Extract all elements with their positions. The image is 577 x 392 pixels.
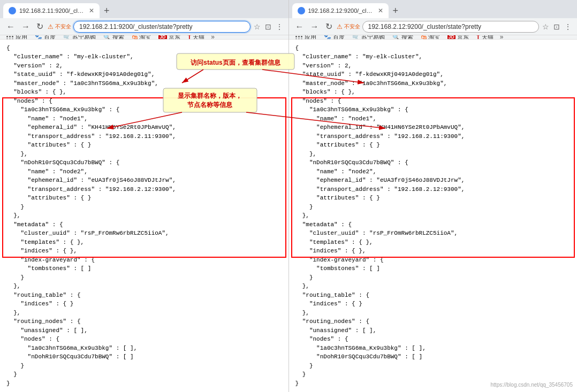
left-bookmark-icon[interactable]: ☆ bbox=[253, 21, 262, 32]
jd-favicon: JD bbox=[158, 35, 167, 40]
right-taobao-label: 淘宝 bbox=[428, 35, 440, 40]
left-active-tab[interactable]: 192.168.2.11:9200/_cluster/sta... ✕ bbox=[3, 3, 100, 18]
right-warning-text: 不安全 bbox=[344, 23, 360, 30]
left-bookmark-search[interactable]: 🔍 搜索 bbox=[100, 35, 127, 40]
right-bookmarks-bar: 应用 🐾 百度 🛒 苏宁易购 🔍 搜索 🛍 淘宝 JD 京东 bbox=[289, 35, 578, 40]
right-new-tab-button[interactable]: + bbox=[390, 6, 402, 16]
taobao-favicon: 🛍 bbox=[132, 35, 138, 40]
left-bookmark-apps[interactable]: 应用 bbox=[3, 35, 31, 40]
left-reload-button[interactable]: ↻ bbox=[34, 20, 45, 33]
left-json-content: { "cluster_name" : "my-elk-cluster", "ve… bbox=[6, 44, 282, 388]
right-back-button[interactable]: ← bbox=[293, 21, 306, 33]
right-tab-title: 192.168.2.12:9200/_cluster/sta... bbox=[308, 7, 373, 14]
right-tab-close-icon[interactable]: ✕ bbox=[378, 7, 383, 14]
baidu-favicon: 🐾 bbox=[35, 35, 42, 40]
right-warning-icon: ⚠ bbox=[337, 23, 343, 30]
left-forward-button[interactable]: → bbox=[19, 21, 32, 33]
tmall-favicon: T bbox=[188, 35, 192, 40]
right-bookmark-search[interactable]: 🔍 搜索 bbox=[389, 35, 416, 40]
search-favicon: 🔍 bbox=[103, 35, 111, 40]
left-bookmark-taobao[interactable]: 🛍 淘宝 bbox=[128, 35, 154, 40]
tmall-label: 天猫 bbox=[193, 35, 204, 40]
left-bookmark-jd[interactable]: JD 京东 bbox=[155, 35, 184, 40]
right-baidu-favicon: 🐾 bbox=[324, 35, 331, 40]
right-bookmarks-more[interactable]: » bbox=[498, 35, 506, 40]
right-bookmark-suning[interactable]: 🛒 苏宁易购 bbox=[349, 35, 388, 40]
right-active-tab[interactable]: 192.168.2.12:9200/_cluster/sta... ✕ bbox=[292, 3, 389, 18]
suning-label: 苏宁易购 bbox=[72, 35, 96, 40]
right-menu-icon[interactable]: ⋮ bbox=[563, 21, 573, 32]
right-json-content: { "cluster_name" : "my-elk-cluster", "ve… bbox=[295, 44, 571, 388]
left-warning-icon: ⚠ bbox=[48, 23, 54, 30]
right-apps-label: 应用 bbox=[305, 35, 316, 40]
left-bookmark-tmall[interactable]: T 天猫 bbox=[185, 35, 208, 40]
right-address-bar: ← → ↻ ⚠ 不安全 ☆ ⊡ ⋮ bbox=[289, 18, 578, 35]
right-forward-button[interactable]: → bbox=[308, 21, 321, 33]
browser-container: 192.168.2.11:9200/_cluster/sta... ✕ + ← … bbox=[0, 0, 577, 392]
left-cast-icon[interactable]: ⊡ bbox=[264, 21, 272, 32]
right-apps-grid-icon bbox=[295, 35, 303, 40]
right-url-input[interactable] bbox=[362, 21, 540, 33]
right-suning-label: 苏宁易购 bbox=[361, 35, 385, 40]
left-tab-title: 192.168.2.11:9200/_cluster/sta... bbox=[19, 7, 83, 14]
right-tmall-label: 天猫 bbox=[482, 35, 494, 40]
suning-favicon: 🛒 bbox=[63, 35, 71, 40]
right-tab-favicon bbox=[298, 7, 305, 14]
left-warning-text: 不安全 bbox=[55, 23, 71, 30]
left-content-wrapper: { "cluster_name" : "my-elk-cluster", "ve… bbox=[0, 40, 288, 393]
left-bookmarks-bar: 应用 🐾 百度 🛒 苏宁易购 🔍 搜索 🛍 淘宝 JD 京东 bbox=[0, 35, 288, 40]
baidu-label: 百度 bbox=[44, 35, 56, 40]
right-tmall-favicon: T bbox=[476, 35, 480, 40]
right-taobao-favicon: 🛍 bbox=[421, 35, 427, 40]
left-content-area: { "cluster_name" : "my-elk-cluster", "ve… bbox=[0, 40, 288, 393]
right-security-warning: ⚠ 不安全 bbox=[337, 23, 360, 30]
left-bookmark-baidu[interactable]: 🐾 百度 bbox=[32, 35, 59, 40]
left-address-bar: ← → ↻ ⚠ 不安全 ☆ ⊡ ⋮ bbox=[0, 18, 288, 35]
left-back-button[interactable]: ← bbox=[4, 21, 17, 33]
left-browser-window: 192.168.2.11:9200/_cluster/sta... ✕ + ← … bbox=[0, 0, 289, 392]
left-tab-favicon bbox=[9, 7, 16, 14]
apps-grid-icon bbox=[6, 35, 14, 40]
right-search-favicon: 🔍 bbox=[392, 35, 400, 40]
right-content-wrapper: { "cluster_name" : "my-elk-cluster", "ve… bbox=[289, 40, 578, 393]
right-content-area: { "cluster_name" : "my-elk-cluster", "ve… bbox=[289, 40, 578, 393]
left-url-input[interactable] bbox=[73, 21, 250, 33]
right-bookmark-baidu[interactable]: 🐾 百度 bbox=[321, 35, 348, 40]
right-cast-icon[interactable]: ⊡ bbox=[552, 21, 561, 32]
right-bookmark-taobao[interactable]: 🛍 淘宝 bbox=[417, 35, 443, 40]
left-new-tab-button[interactable]: + bbox=[101, 6, 113, 16]
right-jd-label: 京东 bbox=[457, 35, 469, 40]
search-label: 搜索 bbox=[112, 35, 124, 40]
taobao-label: 淘宝 bbox=[139, 35, 151, 40]
left-tab-bar: 192.168.2.11:9200/_cluster/sta... ✕ + bbox=[0, 0, 288, 18]
left-bookmark-suning[interactable]: 🛒 苏宁易购 bbox=[60, 35, 99, 40]
right-bookmark-icon[interactable]: ☆ bbox=[541, 21, 550, 32]
left-menu-icon[interactable]: ⋮ bbox=[275, 21, 284, 32]
right-reload-button[interactable]: ↻ bbox=[323, 20, 335, 33]
left-security-warning: ⚠ 不安全 bbox=[48, 23, 71, 30]
apps-label: 应用 bbox=[16, 35, 27, 40]
right-tab-bar: 192.168.2.12:9200/_cluster/sta... ✕ + bbox=[289, 0, 578, 18]
right-bookmark-tmall[interactable]: T 天猫 bbox=[473, 35, 497, 40]
left-bookmarks-more[interactable]: » bbox=[209, 35, 217, 40]
right-jd-favicon: JD bbox=[447, 35, 456, 40]
right-bookmark-jd[interactable]: JD 京东 bbox=[444, 35, 473, 40]
right-browser-window: 192.168.2.12:9200/_cluster/sta... ✕ + ← … bbox=[289, 0, 578, 392]
right-baidu-label: 百度 bbox=[333, 35, 345, 40]
right-bookmark-apps[interactable]: 应用 bbox=[292, 35, 320, 40]
right-suning-favicon: 🛒 bbox=[352, 35, 360, 40]
jd-label: 京东 bbox=[169, 35, 180, 40]
right-search-label: 搜索 bbox=[401, 35, 413, 40]
left-tab-close-icon[interactable]: ✕ bbox=[89, 7, 94, 14]
